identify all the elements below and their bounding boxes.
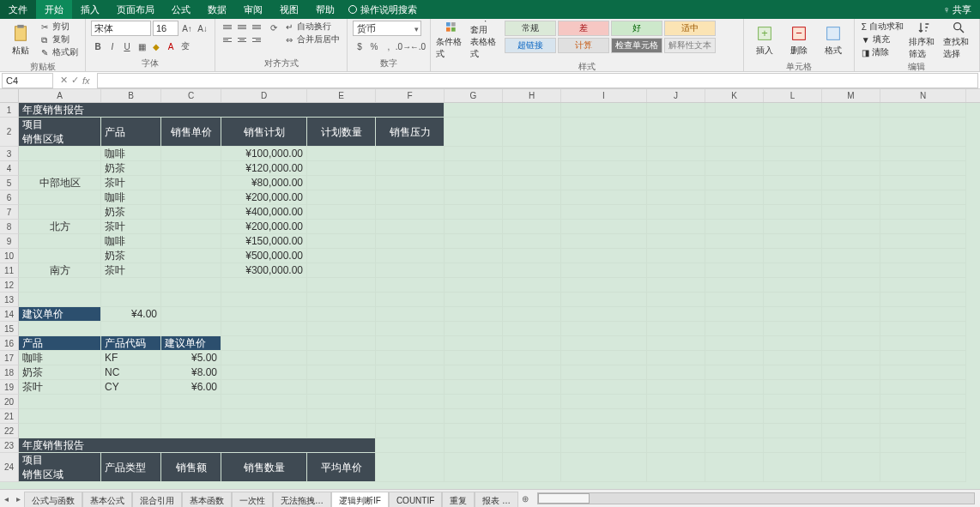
row-header[interactable]: 7 xyxy=(0,205,19,220)
cell[interactable] xyxy=(764,205,822,220)
cell[interactable] xyxy=(307,424,376,438)
cell[interactable] xyxy=(503,220,561,234)
cell[interactable] xyxy=(376,263,445,278)
cell[interactable] xyxy=(561,365,647,380)
cell[interactable] xyxy=(561,409,647,424)
underline-button[interactable]: U xyxy=(120,39,134,53)
cell[interactable] xyxy=(880,103,966,118)
cell[interactable] xyxy=(221,351,307,365)
align-bottom-button[interactable] xyxy=(250,21,263,33)
cell[interactable] xyxy=(647,205,705,220)
row-header[interactable]: 13 xyxy=(0,293,19,307)
cell[interactable]: 茶叶 xyxy=(101,176,161,190)
column-header[interactable]: N xyxy=(880,89,966,102)
scrollbar-thumb[interactable] xyxy=(538,493,590,504)
cell[interactable] xyxy=(764,176,822,190)
cell[interactable] xyxy=(705,263,764,278)
cell[interactable] xyxy=(101,278,161,293)
cell[interactable] xyxy=(503,103,561,118)
cell[interactable] xyxy=(705,307,764,322)
cell[interactable] xyxy=(561,161,647,176)
cell[interactable]: 咖啡 xyxy=(19,351,101,365)
cell[interactable] xyxy=(376,278,445,293)
cell[interactable] xyxy=(822,395,880,409)
cell-style-option[interactable]: 超链接 xyxy=(505,38,556,53)
cell[interactable] xyxy=(503,438,561,453)
cell[interactable] xyxy=(307,395,376,409)
cell[interactable]: 销售压力 xyxy=(376,118,445,147)
font-color-button[interactable]: A xyxy=(164,39,178,53)
column-header[interactable]: L xyxy=(764,89,822,102)
cell[interactable] xyxy=(822,263,880,278)
cell[interactable]: 茶叶 xyxy=(101,220,161,234)
cell[interactable]: ¥300,000.00 xyxy=(221,263,307,278)
row-header[interactable]: 8 xyxy=(0,220,19,234)
cell[interactable] xyxy=(705,365,764,380)
cell[interactable] xyxy=(822,424,880,438)
cell[interactable] xyxy=(764,249,822,263)
cell[interactable] xyxy=(445,161,503,176)
cell[interactable] xyxy=(822,147,880,161)
cell[interactable] xyxy=(19,409,101,424)
row-header[interactable]: 22 xyxy=(0,424,19,438)
cell[interactable] xyxy=(822,161,880,176)
cell[interactable] xyxy=(161,307,221,322)
cell[interactable] xyxy=(503,190,561,205)
cell[interactable]: CY xyxy=(101,380,161,395)
cell[interactable] xyxy=(307,365,376,380)
cell[interactable] xyxy=(880,351,966,365)
cell[interactable] xyxy=(503,395,561,409)
cell[interactable] xyxy=(161,263,221,278)
cell[interactable] xyxy=(764,190,822,205)
cell[interactable] xyxy=(307,234,376,249)
cell[interactable]: ¥80,000.00 xyxy=(221,176,307,190)
column-header[interactable]: K xyxy=(705,89,764,102)
cell[interactable] xyxy=(503,234,561,249)
cell[interactable] xyxy=(221,409,307,424)
cell[interactable] xyxy=(307,249,376,263)
cell[interactable] xyxy=(764,263,822,278)
wrap-text-button[interactable]: ↵自动换行 xyxy=(284,21,342,33)
cell[interactable] xyxy=(764,453,822,482)
cell[interactable]: 销售数量 xyxy=(221,453,307,482)
cell[interactable] xyxy=(647,176,705,190)
sheet-tab[interactable]: 混合引用 xyxy=(132,492,182,508)
cell[interactable]: NC xyxy=(101,365,161,380)
cell[interactable] xyxy=(705,118,764,147)
cell[interactable] xyxy=(822,205,880,220)
tab-file[interactable]: 文件 xyxy=(0,0,36,19)
cell[interactable] xyxy=(161,234,221,249)
cell[interactable] xyxy=(764,322,822,336)
cell[interactable] xyxy=(376,424,445,438)
merge-center-button[interactable]: ⇔合并后居中 xyxy=(284,33,342,45)
cell[interactable] xyxy=(445,190,503,205)
cell[interactable] xyxy=(764,103,822,118)
cell[interactable] xyxy=(503,147,561,161)
name-box[interactable]: C4 xyxy=(2,73,53,88)
cell[interactable] xyxy=(561,351,647,365)
sheet-tab[interactable]: 基本公式 xyxy=(82,492,132,508)
cell[interactable] xyxy=(561,293,647,307)
cell[interactable] xyxy=(503,205,561,220)
cell[interactable] xyxy=(647,103,705,118)
delete-cells-button[interactable]: −删除 xyxy=(783,21,814,60)
cell[interactable] xyxy=(307,351,376,365)
sheet-tab[interactable]: 报表 … xyxy=(475,492,518,508)
cell[interactable] xyxy=(705,278,764,293)
cell[interactable]: 销售额 xyxy=(161,453,221,482)
cell[interactable] xyxy=(822,176,880,190)
cell[interactable] xyxy=(445,205,503,220)
cell[interactable] xyxy=(19,161,101,176)
increase-font-button[interactable]: A↑ xyxy=(180,21,194,35)
tab-data[interactable]: 数据 xyxy=(199,0,235,19)
cell[interactable] xyxy=(822,322,880,336)
cell-style-option[interactable]: 解释性文本 xyxy=(664,38,716,53)
cell[interactable] xyxy=(561,278,647,293)
cell[interactable] xyxy=(880,453,966,482)
cell[interactable] xyxy=(445,424,503,438)
cell[interactable]: 南方 xyxy=(19,263,101,278)
cell[interactable] xyxy=(822,118,880,147)
cell[interactable] xyxy=(705,293,764,307)
cell[interactable] xyxy=(19,278,101,293)
cell[interactable] xyxy=(376,380,445,395)
